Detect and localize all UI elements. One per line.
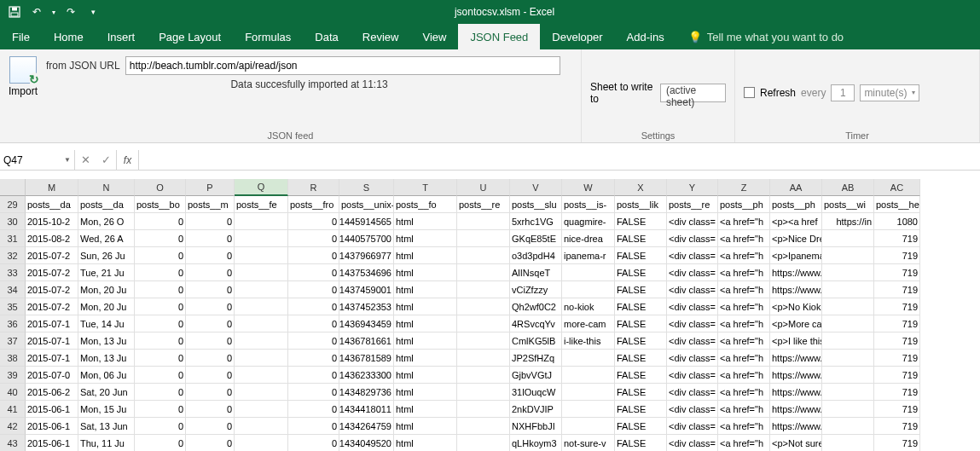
- cell[interactable]: html: [394, 213, 457, 230]
- cell[interactable]: <a href="h: [718, 350, 770, 367]
- cell[interactable]: [822, 384, 874, 401]
- cell[interactable]: html: [394, 367, 457, 384]
- cell[interactable]: 2015-07-2: [26, 298, 78, 315]
- cell[interactable]: 0: [186, 418, 235, 435]
- cell[interactable]: 1437452353: [339, 298, 394, 315]
- cell[interactable]: FALSE: [615, 264, 667, 281]
- cell[interactable]: Mon, 26 O: [78, 213, 135, 230]
- cell[interactable]: Mon, 20 Ju: [78, 281, 135, 298]
- cell[interactable]: https://www.tumblr.: [770, 418, 822, 435]
- cell[interactable]: 5xrhc1VG: [510, 213, 562, 230]
- cell[interactable]: <p>Nice Dream</p>: [770, 230, 822, 247]
- cell[interactable]: [235, 418, 288, 435]
- cell[interactable]: AlINsqeT: [510, 264, 562, 281]
- header-cell[interactable]: posts__lik: [615, 196, 667, 213]
- cell[interactable]: 0: [186, 298, 235, 315]
- cell[interactable]: html: [394, 350, 457, 367]
- cell[interactable]: 0: [186, 247, 235, 264]
- cell[interactable]: 2015-06-1: [26, 418, 78, 435]
- cell[interactable]: html: [394, 435, 457, 451]
- cell[interactable]: 719: [874, 418, 920, 435]
- cell[interactable]: [822, 264, 874, 281]
- cell[interactable]: [822, 435, 874, 451]
- cell[interactable]: FALSE: [615, 367, 667, 384]
- cell[interactable]: html: [394, 230, 457, 247]
- cell[interactable]: Sun, 26 Ju: [78, 247, 135, 264]
- chevron-down-icon[interactable]: ▼: [64, 156, 71, 164]
- cell[interactable]: <a href="h: [718, 264, 770, 281]
- cell[interactable]: 0: [186, 281, 235, 298]
- cell[interactable]: <div class=: [667, 384, 718, 401]
- cell[interactable]: 0: [135, 384, 186, 401]
- column-header[interactable]: X: [615, 179, 667, 196]
- row-header[interactable]: 41: [0, 401, 26, 418]
- refresh-checkbox[interactable]: [744, 87, 755, 98]
- accept-formula-icon[interactable]: ✓: [96, 153, 116, 166]
- cell[interactable]: 2015-07-2: [26, 264, 78, 281]
- cell[interactable]: <a href="h: [718, 315, 770, 332]
- cell[interactable]: html: [394, 281, 457, 298]
- cell[interactable]: 0: [135, 281, 186, 298]
- cell[interactable]: 1436943459: [339, 315, 394, 332]
- cell[interactable]: FALSE: [615, 247, 667, 264]
- column-header[interactable]: S: [339, 179, 394, 196]
- header-cell[interactable]: posts__fe: [235, 196, 288, 213]
- cell[interactable]: [457, 213, 510, 230]
- header-cell[interactable]: posts__he: [874, 196, 920, 213]
- cell[interactable]: html: [394, 384, 457, 401]
- cell[interactable]: FALSE: [615, 315, 667, 332]
- cell[interactable]: 0: [186, 350, 235, 367]
- cell[interactable]: html: [394, 332, 457, 350]
- cell[interactable]: more-cam: [562, 315, 615, 332]
- cell[interactable]: <div class=: [667, 298, 718, 315]
- refresh-interval-input[interactable]: [831, 84, 855, 101]
- cell[interactable]: 0: [288, 401, 339, 418]
- cell[interactable]: 2nkDVJIP: [510, 401, 562, 418]
- cell[interactable]: 1436233300: [339, 367, 394, 384]
- header-cell[interactable]: posts__m: [186, 196, 235, 213]
- cell[interactable]: <a href="h: [718, 281, 770, 298]
- cell[interactable]: no-kiok: [562, 298, 615, 315]
- cell[interactable]: [822, 247, 874, 264]
- cell[interactable]: Wed, 26 A: [78, 230, 135, 247]
- cell[interactable]: [235, 367, 288, 384]
- json-url-input[interactable]: [125, 56, 560, 75]
- cell[interactable]: <div class=: [667, 350, 718, 367]
- cell[interactable]: 2015-07-2: [26, 247, 78, 264]
- cell[interactable]: [562, 401, 615, 418]
- cell[interactable]: Mon, 13 Ju: [78, 332, 135, 350]
- cell[interactable]: <a href="h: [718, 298, 770, 315]
- cell[interactable]: <div class=: [667, 264, 718, 281]
- redo-icon[interactable]: ↷: [61, 3, 80, 21]
- cell[interactable]: [457, 332, 510, 350]
- cell[interactable]: 1436781589: [339, 350, 394, 367]
- cell[interactable]: quagmire-: [562, 213, 615, 230]
- header-cell[interactable]: posts__is-: [562, 196, 615, 213]
- cell[interactable]: html: [394, 315, 457, 332]
- cell[interactable]: [822, 350, 874, 367]
- cell[interactable]: <div class=: [667, 418, 718, 435]
- cell[interactable]: Tue, 21 Ju: [78, 264, 135, 281]
- cell[interactable]: 0: [288, 298, 339, 315]
- row-header[interactable]: 32: [0, 247, 26, 264]
- cell[interactable]: Mon, 20 Ju: [78, 298, 135, 315]
- cell[interactable]: 2015-06-1: [26, 401, 78, 418]
- cell[interactable]: html: [394, 247, 457, 264]
- cell[interactable]: 1436781661: [339, 332, 394, 350]
- cell[interactable]: [562, 281, 615, 298]
- cell[interactable]: qLHkoym3: [510, 435, 562, 451]
- cell[interactable]: 0: [135, 418, 186, 435]
- column-header[interactable]: AB: [822, 179, 874, 196]
- cell[interactable]: [457, 350, 510, 367]
- cell[interactable]: 0: [135, 230, 186, 247]
- cell[interactable]: <a href="h: [718, 213, 770, 230]
- cell[interactable]: 0: [288, 418, 339, 435]
- cell[interactable]: 0: [135, 315, 186, 332]
- cell[interactable]: 2015-07-1: [26, 315, 78, 332]
- cell[interactable]: [562, 384, 615, 401]
- undo-dropdown-icon[interactable]: ▾: [49, 3, 58, 21]
- cell[interactable]: <p>Ipanema, Rio</p: [770, 247, 822, 264]
- cell[interactable]: 0: [135, 213, 186, 230]
- cell[interactable]: 2015-07-2: [26, 281, 78, 298]
- cell[interactable]: https://www.tumblr.: [770, 384, 822, 401]
